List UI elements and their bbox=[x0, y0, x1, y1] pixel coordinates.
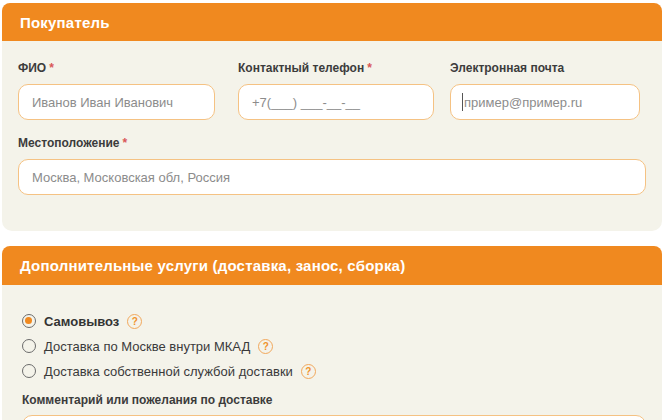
radio-option-own-service-delivery[interactable]: Доставка собственной службой доставки ? bbox=[22, 363, 646, 379]
buyer-section: Покупатель ФИО* Контактный телефон* bbox=[2, 3, 662, 231]
fio-input[interactable] bbox=[18, 84, 215, 120]
services-section-header: Дополнительные услуги (доставка, занос, … bbox=[2, 246, 662, 285]
required-asterisk: * bbox=[122, 136, 127, 150]
phone-label: Контактный телефон* bbox=[238, 61, 434, 75]
services-section-body: Самовывоз ? Доставка по Москве внутри МК… bbox=[2, 285, 662, 420]
comment-input[interactable] bbox=[22, 415, 646, 420]
location-input[interactable] bbox=[18, 159, 646, 195]
comment-label: Комментарий или пожелания по доставке bbox=[22, 393, 646, 407]
required-asterisk: * bbox=[49, 61, 54, 75]
required-asterisk: * bbox=[367, 61, 372, 75]
radio-option-moscow-delivery[interactable]: Доставка по Москве внутри МКАД ? bbox=[22, 338, 646, 354]
radio-option-label[interactable]: Доставка собственной службой доставки bbox=[44, 364, 293, 379]
fio-label: ФИО* bbox=[18, 61, 215, 75]
location-label: Местоположение* bbox=[18, 136, 646, 150]
buyer-section-body: ФИО* Контактный телефон* Электронная поч… bbox=[2, 41, 662, 231]
help-icon[interactable]: ? bbox=[301, 364, 316, 379]
radio-button[interactable] bbox=[22, 364, 36, 378]
radio-option-label[interactable]: Самовывоз bbox=[44, 314, 119, 329]
buyer-section-title: Покупатель bbox=[20, 14, 110, 31]
services-section: Дополнительные услуги (доставка, занос, … bbox=[2, 246, 662, 420]
radio-option-label[interactable]: Доставка по Москве внутри МКАД bbox=[44, 339, 250, 354]
help-icon[interactable]: ? bbox=[258, 339, 273, 354]
text-caret bbox=[462, 93, 463, 111]
email-input[interactable] bbox=[450, 84, 640, 120]
help-icon[interactable]: ? bbox=[127, 314, 142, 329]
services-section-title: Дополнительные услуги (доставка, занос, … bbox=[20, 257, 405, 274]
radio-button[interactable] bbox=[22, 339, 36, 353]
email-label: Электронная почта bbox=[450, 61, 640, 75]
radio-button-selected[interactable] bbox=[22, 314, 36, 328]
radio-option-pickup[interactable]: Самовывоз ? bbox=[22, 313, 646, 329]
phone-input[interactable] bbox=[238, 84, 434, 120]
buyer-section-header: Покупатель bbox=[2, 3, 662, 41]
